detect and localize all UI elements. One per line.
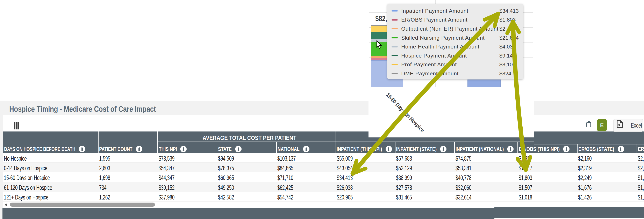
svg-text:Excel: Excel: [631, 122, 642, 129]
svg-text:E: E: [600, 122, 604, 128]
